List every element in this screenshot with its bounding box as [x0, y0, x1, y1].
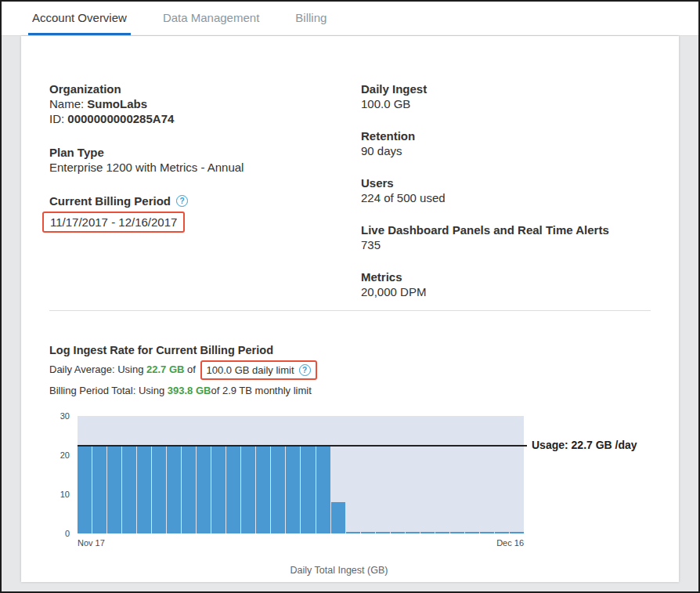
app-window: Account Overview Data Management Billing…: [0, 0, 700, 593]
organization-id: ID: 0000000000285A74: [49, 111, 361, 126]
x-axis-end-label: Dec 16: [496, 538, 524, 548]
tab-account-overview[interactable]: Account Overview: [28, 2, 131, 35]
y-tick-30: 30: [60, 411, 70, 421]
stat-heading: Retention: [361, 128, 651, 143]
daily-average-mid: of: [184, 363, 198, 375]
organization-heading: Organization: [49, 81, 361, 96]
section-divider: [49, 310, 651, 311]
ingest-bar: [122, 445, 136, 534]
daily-limit-text: 100.0 GB daily limit: [207, 363, 294, 377]
ingest-bar: [211, 445, 226, 534]
stat-heading: Live Dashboard Panels and Real Time Aler…: [361, 222, 651, 237]
ingest-bar: [406, 532, 420, 533]
stat-heading: Daily Ingest: [361, 81, 651, 96]
billing-period-block: Current Billing Period ? 11/17/2017 - 12…: [49, 193, 361, 233]
stat-live-dashboard-panels: Live Dashboard Panels and Real Time Aler…: [361, 222, 651, 252]
y-tick-10: 10: [60, 490, 70, 499]
account-info-left-column: Organization Name: SumoLabs ID: 00000000…: [49, 81, 361, 299]
billing-period-value: 11/17/2017 - 12/16/2017: [50, 215, 177, 229]
stat-retention: Retention 90 days: [361, 128, 651, 158]
ingest-bar: [450, 532, 464, 533]
y-tick-0: 0: [65, 529, 70, 538]
daily-average-used: 22.7 GB: [146, 363, 184, 375]
ingest-bar: [152, 445, 166, 534]
stat-heading: Users: [361, 175, 651, 190]
x-axis-start-label: Nov 17: [78, 538, 105, 548]
organization-block: Organization Name: SumoLabs ID: 00000000…: [49, 81, 361, 126]
billing-total-used: 393.8 GB: [168, 385, 211, 396]
stat-value: 20,000 DPM: [361, 284, 651, 299]
help-icon[interactable]: ?: [299, 364, 311, 376]
ingest-bar: [271, 445, 285, 534]
y-axis: 30 20 10 0: [49, 416, 78, 533]
tab-bar: Account Overview Data Management Billing: [2, 2, 698, 36]
billing-total-rest: of 2.9 TB monthly limit: [211, 385, 311, 396]
usage-line-label: Usage: 22.7 GB /day: [532, 439, 637, 451]
usage-limit-line: [78, 445, 527, 447]
account-info-right-column: Daily Ingest 100.0 GB Retention 90 days …: [361, 81, 651, 299]
ingest-bar: [346, 532, 360, 533]
plan-type-heading: Plan Type: [49, 145, 361, 160]
daily-average-prefix: Daily Average: Using: [49, 363, 146, 375]
ingest-bar: [361, 532, 375, 533]
stat-value: 90 days: [361, 143, 651, 158]
ingest-chart: 30 20 10 0 Usage: 22.7 GB /day Nov 17 De…: [49, 416, 651, 548]
stat-value: 100.0 GB: [361, 96, 651, 111]
account-info-grid: Organization Name: SumoLabs ID: 00000000…: [49, 81, 651, 299]
ingest-bar: [376, 532, 390, 533]
ingest-bar: [167, 445, 181, 534]
ingest-bar: [78, 445, 92, 534]
ingest-bar: [331, 502, 345, 533]
billing-period-heading: Current Billing Period: [49, 193, 171, 208]
account-overview-panel: Organization Name: SumoLabs ID: 00000000…: [21, 36, 679, 582]
plan-type-block: Plan Type Enterprise 1200 with Metrics -…: [49, 145, 361, 175]
daily-average-line: Daily Average: Using 22.7 GB of 100.0 GB…: [49, 360, 651, 380]
ingest-bar: [286, 445, 300, 534]
help-icon[interactable]: ?: [176, 195, 188, 207]
stat-heading: Metrics: [361, 269, 651, 284]
organization-id-label: ID:: [49, 112, 67, 125]
plot-area-wrap: Usage: 22.7 GB /day Nov 17 Dec 16: [78, 416, 524, 548]
organization-name: Name: SumoLabs: [49, 96, 361, 111]
stat-daily-ingest: Daily Ingest 100.0 GB: [361, 81, 651, 111]
ingest-bar: [316, 445, 330, 534]
daily-limit-highlight: 100.0 GB daily limit?: [200, 360, 317, 380]
x-axis: Nov 17 Dec 16: [78, 538, 524, 548]
ingest-bar: [107, 445, 121, 534]
ingest-bar: [420, 532, 435, 533]
chart-caption: Daily Total Ingest (GB): [49, 565, 629, 576]
tab-billing[interactable]: Billing: [291, 2, 330, 35]
stat-value: 735: [361, 237, 651, 252]
y-tick-20: 20: [60, 450, 70, 460]
ingest-bar: [197, 445, 211, 534]
billing-period-highlight: 11/17/2017 - 12/16/2017: [42, 212, 185, 233]
ingest-bar: [92, 445, 106, 534]
ingest-bar: [137, 445, 151, 534]
ingest-bar: [241, 445, 255, 534]
ingest-bar: [391, 532, 405, 533]
ingest-bar: [495, 532, 509, 533]
tab-data-management[interactable]: Data Management: [159, 2, 263, 35]
organization-name-label: Name:: [49, 97, 87, 110]
organization-id-value: 0000000000285A74: [67, 112, 174, 125]
ingest-bar: [182, 445, 196, 534]
stat-users: Users 224 of 500 used: [361, 175, 651, 205]
organization-name-value: SumoLabs: [87, 97, 147, 110]
ingest-bar: [435, 532, 449, 533]
billing-total-prefix: Billing Period Total: Using: [49, 385, 168, 396]
ingest-bar: [256, 445, 270, 534]
ingest-bar: [510, 532, 524, 533]
ingest-bar: [480, 532, 494, 533]
ingest-section-title: Log Ingest Rate for Current Billing Peri…: [49, 344, 651, 356]
plot-area: Usage: 22.7 GB /day: [78, 416, 524, 533]
billing-period-total-line: Billing Period Total: Using 393.8 GBof 2…: [49, 384, 651, 397]
ingest-bar: [226, 445, 240, 534]
ingest-bar: [301, 445, 315, 534]
bars-container: [78, 416, 524, 533]
plan-type-value: Enterprise 1200 with Metrics - Annual: [49, 160, 361, 175]
ingest-bar: [465, 532, 479, 533]
stat-metrics: Metrics 20,000 DPM: [361, 269, 651, 299]
stat-value: 224 of 500 used: [361, 190, 651, 205]
